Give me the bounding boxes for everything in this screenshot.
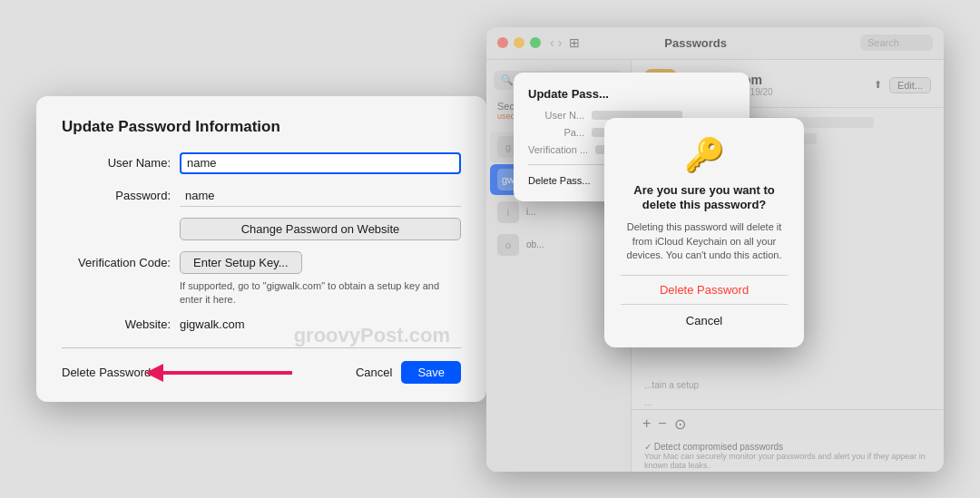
password-value: name xyxy=(180,185,461,207)
update-dialog-title: Update Pass... xyxy=(528,87,735,101)
update-password-panel: Update Password Information User Name: P… xyxy=(36,96,486,403)
hint-text: If supported, go to "gigwalk.com" to obt… xyxy=(180,279,461,308)
change-password-row: Change Password on Website xyxy=(62,218,461,240)
delete-password-button[interactable]: Delete Password xyxy=(62,366,151,379)
pink-arrow xyxy=(160,371,292,375)
username-input[interactable] xyxy=(180,152,461,174)
setup-key-button[interactable]: Enter Setup Key... xyxy=(180,251,302,274)
verification-row: Verification Code: Enter Setup Key... xyxy=(62,251,461,274)
bottom-bar: Delete Password Cancel Save xyxy=(62,347,461,384)
change-password-button[interactable]: Change Password on Website xyxy=(180,218,461,240)
website-label: Website: xyxy=(62,317,180,331)
dialog-delete-button[interactable]: Delete Pass... xyxy=(528,172,590,189)
password-row: Password: name xyxy=(62,185,461,207)
panel-title: Update Password Information xyxy=(62,118,461,136)
confirm-delete-button[interactable]: Delete Password xyxy=(621,275,788,305)
website-row: Website: gigwalk.com xyxy=(62,317,461,331)
verification-label: Verification Code: xyxy=(62,256,180,269)
username-label: User Name: xyxy=(62,156,180,170)
confirm-title: Are you sure you want to delete this pas… xyxy=(621,183,788,214)
password-label: Password: xyxy=(62,189,180,202)
arrow-indicator xyxy=(160,364,347,382)
confirm-cancel-button[interactable]: Cancel xyxy=(621,307,788,335)
confirm-dialog: 🔑 Are you sure you want to delete this p… xyxy=(604,118,804,348)
passwords-app-window: ‹ › ⊞ Passwords Search 🔍 Search Security… xyxy=(486,27,944,472)
cancel-button[interactable]: Cancel xyxy=(356,366,392,379)
key-icon: 🔑 xyxy=(621,136,788,174)
username-row: User Name: xyxy=(62,152,461,174)
save-button[interactable]: Save xyxy=(401,361,461,384)
confirm-description: Deleting this password will delete it fr… xyxy=(621,220,788,262)
website-value: gigwalk.com xyxy=(180,317,245,331)
